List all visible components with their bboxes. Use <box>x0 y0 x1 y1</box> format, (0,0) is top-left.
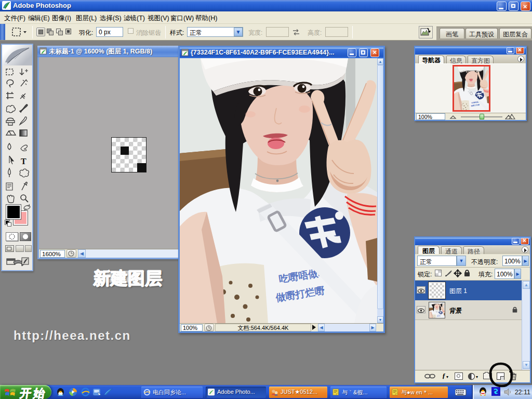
svg-text:T: T <box>21 157 26 166</box>
